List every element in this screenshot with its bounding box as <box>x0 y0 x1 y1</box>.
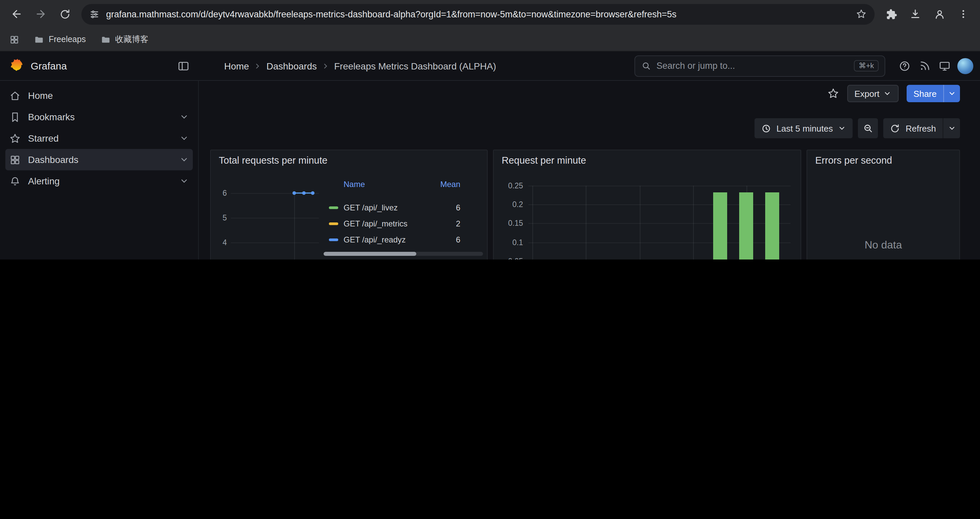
bookmarks-bar: Freeleaps 收藏博客 <box>0 28 980 51</box>
scrollbar-thumb[interactable] <box>323 252 416 256</box>
monitor-icon[interactable] <box>935 56 955 76</box>
export-label: Export <box>854 88 879 99</box>
breadcrumb-home[interactable]: Home <box>224 61 249 71</box>
series-name[interactable]: GET /api/_readyz <box>344 235 423 244</box>
address-bar[interactable]: grafana.mathmast.com/d/deytv4rwavabkb/fr… <box>81 4 875 24</box>
news-rss-icon[interactable] <box>915 56 935 76</box>
chevron-down-icon[interactable] <box>180 134 189 143</box>
dashboard-canvas: Last 5 minutes Refresh <box>199 106 980 260</box>
sidebar: Home Bookmarks Starred Dashboards Alerti… <box>0 81 199 260</box>
bookmark-label: Freeleaps <box>49 35 86 44</box>
sidebar-item-label: Alerting <box>28 176 60 186</box>
panel-title[interactable]: Request per minute <box>502 155 586 166</box>
series-name[interactable]: GET /api/_livez <box>344 203 423 212</box>
sidebar-item-starred[interactable]: Starred <box>5 128 193 149</box>
help-icon[interactable] <box>895 56 915 76</box>
refresh-label: Refresh <box>905 123 936 133</box>
browser-back-icon[interactable] <box>5 3 28 26</box>
share-menu-caret[interactable] <box>943 85 960 102</box>
downloads-icon[interactable] <box>904 3 927 26</box>
browser-forward-icon[interactable] <box>29 3 52 26</box>
site-info-icon[interactable] <box>89 9 99 19</box>
grafana-brand[interactable]: Grafana <box>31 60 67 72</box>
y-tick: 0.1 <box>512 237 523 248</box>
time-range-label: Last 5 minutes <box>776 123 833 133</box>
favorite-star-icon[interactable] <box>827 88 839 99</box>
y-tick: 0.15 <box>508 218 523 229</box>
refresh-interval-caret[interactable] <box>943 118 960 138</box>
legend-row[interactable]: GET /api/_metrics 2 <box>323 216 483 232</box>
time-range-picker[interactable]: Last 5 minutes <box>754 118 853 138</box>
browser-reload-icon[interactable] <box>53 3 76 26</box>
export-button[interactable]: Export <box>847 85 899 102</box>
legend-row[interactable]: GET /api/_readyz 6 <box>323 232 483 248</box>
panel-errors-per-second: Errors per second No data <box>807 150 960 260</box>
browser-profile-icon[interactable] <box>928 3 951 26</box>
y-tick: 4 <box>223 237 227 248</box>
y-tick: 0.2 <box>512 199 523 210</box>
time-controls: Last 5 minutes Refresh <box>210 118 980 138</box>
series-mean: 2 <box>423 219 460 228</box>
chevron-right-icon <box>254 62 262 70</box>
breadcrumb: Home Dashboards Freeleaps Metrics Dashbo… <box>224 61 496 71</box>
grafana-logo-icon[interactable] <box>10 58 24 73</box>
sidebar-item-home[interactable]: Home <box>5 85 193 106</box>
chevron-down-icon <box>948 89 956 97</box>
chevron-down-icon <box>884 89 892 97</box>
legend-scrollbar[interactable] <box>323 252 483 256</box>
grafana-header: Grafana Home Dashboards Freeleaps Metric… <box>0 51 980 81</box>
series-color-swatch <box>329 238 338 241</box>
refresh-button[interactable]: Refresh <box>884 118 943 138</box>
breadcrumb-dashboards[interactable]: Dashboards <box>267 61 317 71</box>
bookmark-star-icon[interactable] <box>856 9 867 19</box>
bookmark-folder-freeleaps[interactable]: Freeleaps <box>34 34 86 45</box>
legend-header: Name Mean <box>323 177 483 192</box>
chevron-down-icon[interactable] <box>180 176 189 186</box>
chevron-down-icon[interactable] <box>180 112 189 121</box>
y-tick: 0.05 <box>508 256 523 260</box>
sidebar-item-bookmarks[interactable]: Bookmarks <box>5 106 193 128</box>
sidebar-item-label: Dashboards <box>28 154 78 165</box>
panel-title[interactable]: Errors per second <box>815 155 892 166</box>
bar-chart-plot[interactable] <box>528 186 791 260</box>
y-axis: 0.25 0.2 0.15 0.1 0.05 0 <box>494 180 523 260</box>
user-avatar[interactable] <box>957 58 973 74</box>
share-label: Share <box>907 88 943 99</box>
extensions-icon[interactable] <box>880 3 903 26</box>
share-button[interactable]: Share <box>907 85 960 102</box>
series-mean: 6 <box>423 235 460 244</box>
y-axis: 6 5 4 3 2 <box>211 188 227 260</box>
bookmark-label: 收藏博客 <box>115 34 148 45</box>
sidebar-toggle-icon[interactable] <box>177 60 189 72</box>
url-text[interactable]: grafana.mathmast.com/d/deytv4rwavabkb/fr… <box>106 9 849 19</box>
series-name[interactable]: GET /api/_metrics <box>344 219 423 228</box>
legend-col-mean[interactable]: Mean <box>423 180 460 189</box>
legend-col-name[interactable]: Name <box>323 180 423 189</box>
grafana-header-left: Grafana <box>0 58 199 73</box>
y-tick: 0.25 <box>508 180 523 191</box>
breadcrumb-current: Freeleaps Metrics Dashboard (ALPHA) <box>334 61 496 71</box>
apps-grid-icon[interactable] <box>10 34 19 45</box>
zoom-out-time-icon[interactable] <box>858 118 878 138</box>
dashboards-grid-icon <box>10 154 21 165</box>
bookmark-folder-blogs[interactable]: 收藏博客 <box>100 34 148 45</box>
grafana-body: Home Bookmarks Starred Dashboards Alerti… <box>0 81 980 260</box>
panel-title[interactable]: Total requests per minute <box>219 155 328 166</box>
sidebar-item-alerting[interactable]: Alerting <box>5 170 193 192</box>
line-chart-plot[interactable] <box>231 193 319 260</box>
search-placeholder: Search or jump to... <box>657 61 735 71</box>
legend-row[interactable]: GET /api/_livez 6 <box>323 200 483 216</box>
series-color-swatch <box>329 222 338 225</box>
bookmark-icon <box>10 111 21 123</box>
star-icon <box>10 133 21 144</box>
sidebar-item-label: Bookmarks <box>28 112 75 122</box>
chevron-down-icon <box>838 124 846 132</box>
browser-menu-icon[interactable] <box>952 3 975 26</box>
chevron-down-icon[interactable] <box>180 155 189 164</box>
refresh-icon <box>890 123 900 133</box>
search-input[interactable]: Search or jump to... ⌘+k <box>635 55 885 77</box>
series-color-swatch <box>329 206 338 209</box>
sidebar-item-dashboards[interactable]: Dashboards <box>5 149 193 170</box>
legend-table: Name Mean GET /api/_livez 6 <box>323 177 483 256</box>
chevron-right-icon <box>321 62 329 70</box>
